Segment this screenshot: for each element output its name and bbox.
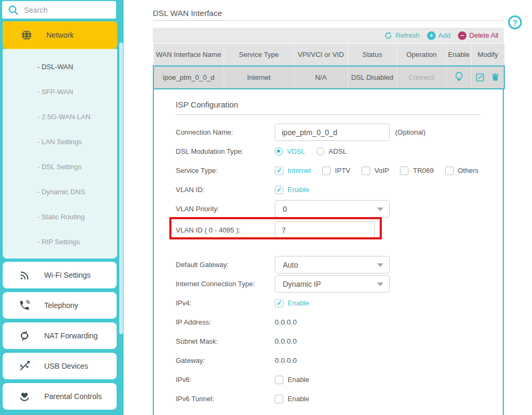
isp-heading-divider	[176, 114, 480, 115]
sidebar-item-dsl-wan[interactable]: - DSL-WAN	[3, 54, 117, 79]
sidebar-item-sfp-wan[interactable]: - SFP-WAN	[3, 79, 117, 104]
ip-address-value: 0.0.0.0	[275, 318, 297, 326]
search-icon	[7, 4, 19, 16]
sidebar-item-25g-wan-lan[interactable]: - 2.5G-WAN-LAN	[3, 104, 117, 129]
ipv6-label: IPv6:	[176, 376, 275, 384]
title-divider	[153, 20, 504, 21]
vdsl-radio[interactable]	[275, 147, 283, 155]
default-gateway-row: Default Gateway: Auto	[176, 255, 503, 275]
col-header-modify: Modify	[471, 44, 504, 66]
sidebar-item-label: Parental Controls	[44, 392, 102, 401]
add-button[interactable]: + Add	[427, 31, 451, 40]
sidebar-item-rip-settings[interactable]: - RIP Settings	[3, 229, 117, 254]
cell-service-type: Internet	[224, 66, 294, 89]
subnet-mask-value: 0.0.0.0	[275, 337, 297, 345]
voip-checkbox[interactable]	[362, 167, 370, 175]
ipv4-enable-checkbox-label: Enable	[288, 299, 309, 307]
refresh-icon	[384, 31, 392, 40]
connection-name-row: Connection Name: (Optional)	[176, 123, 503, 142]
sidebar-item-wifi-settings[interactable]: Wi-Fi Settings	[3, 262, 117, 288]
sidebar-item-label: Wi-Fi Settings	[44, 271, 91, 279]
adsl-radio[interactable]	[316, 147, 324, 155]
chevron-down-icon	[377, 263, 383, 267]
edit-icon[interactable]	[475, 72, 485, 82]
col-header-service-type: Service Type	[224, 44, 294, 66]
section-spacer	[176, 242, 503, 255]
col-header-vpi-vci: VPI/VCI or VID	[294, 44, 348, 66]
sidebar-item-parental-controls[interactable]: Parental Controls	[3, 383, 117, 410]
tr069-checkbox[interactable]	[400, 167, 408, 175]
vlan-priority-value: 0	[283, 205, 287, 213]
sidebar-item-usb-devices[interactable]: USB Devices	[3, 353, 117, 379]
sidebar-item-lan-settings[interactable]: - LAN Settings	[3, 129, 117, 154]
connect-link[interactable]: Connect	[408, 73, 434, 81]
tr069-checkbox-label: TR069	[413, 167, 433, 175]
table-header-row: WAN Interface Name Service Type VPI/VCI …	[153, 44, 504, 66]
default-gateway-value: Auto	[283, 261, 298, 269]
network-submenu: - DSL-WAN - SFP-WAN - 2.5G-WAN-LAN - LAN…	[3, 49, 117, 259]
sidebar: Network - DSL-WAN - SFP-WAN - 2.5G-WAN-L…	[0, 0, 124, 415]
page-title: DSL WAN Interface	[153, 9, 222, 18]
sidebar-item-label: USB Devices	[44, 362, 88, 370]
ipv6-tunnel-enable-checkbox-label: Enable	[288, 395, 309, 403]
internet-connection-type-row: Internet Connection Type: Dynamic IP	[176, 275, 503, 294]
adsl-radio-label: ADSL	[329, 147, 347, 155]
connection-name-input[interactable]	[275, 123, 390, 141]
vlan-priority-select[interactable]: 0	[275, 200, 390, 218]
vlan-priority-row: VLAN Priority: 0	[176, 200, 503, 219]
refresh-button[interactable]: Refresh	[384, 31, 420, 40]
parental-controls-icon	[19, 391, 30, 402]
vdsl-radio-label: VDSL	[287, 147, 305, 155]
wan-interface-panel: Refresh + Add − Delete All WAN Interface…	[153, 28, 504, 415]
others-checkbox[interactable]	[445, 167, 454, 175]
subnet-mask-row: Subnet Mask: 0.0.0.0	[176, 332, 503, 351]
delete-all-label: Delete All	[469, 31, 498, 39]
vlan-id-label: VLAN ID ( 0 - 4095 ):	[176, 226, 275, 234]
chevron-down-icon	[377, 208, 383, 211]
service-type-label: Service Type:	[176, 167, 275, 175]
wifi-icon	[19, 269, 30, 281]
sidebar-scrollbar[interactable]	[119, 43, 123, 334]
ipv6-enable-checkbox[interactable]	[275, 376, 283, 384]
ip-address-row: IP Address: 0.0.0.0	[176, 313, 503, 332]
ipv4-enable-checkbox[interactable]	[275, 299, 283, 308]
optional-hint: (Optional)	[395, 128, 425, 136]
iptv-checkbox[interactable]	[322, 167, 331, 175]
cell-wan-name: ipoe_ptm_0_0_d	[153, 66, 224, 89]
vlan-id-input[interactable]	[275, 221, 375, 239]
table-toolbar: Refresh + Add − Delete All	[153, 28, 504, 43]
sidebar-item-telephony[interactable]: Telephony	[3, 292, 117, 319]
add-icon: +	[427, 31, 436, 40]
iptv-checkbox-label: IPTV	[335, 167, 350, 175]
enable-bulb-icon[interactable]	[453, 71, 465, 82]
delete-all-button[interactable]: − Delete All	[458, 31, 498, 40]
ipv6-tunnel-enable-checkbox[interactable]	[275, 395, 283, 403]
col-header-wan-interface-name: WAN Interface Name	[153, 44, 224, 66]
internet-connection-type-select[interactable]: Dynamic IP	[275, 275, 390, 293]
sidebar-item-network[interactable]: Network	[3, 21, 117, 49]
gateway-row: Gateway: 0.0.0.0	[176, 351, 503, 370]
search-input[interactable]	[24, 6, 104, 14]
internet-connection-type-label: Internet Connection Type:	[176, 280, 275, 288]
internet-checkbox[interactable]	[275, 167, 283, 175]
isp-configuration-heading: ISP Configuration	[176, 100, 503, 109]
search-box[interactable]	[2, 1, 116, 19]
main-content: DSL WAN Interface ? Refresh + Add − Dele	[124, 0, 532, 415]
default-gateway-select[interactable]: Auto	[275, 256, 390, 273]
delete-icon[interactable]	[490, 72, 500, 82]
usb-icon	[19, 360, 30, 372]
col-header-operation: Operation	[397, 44, 446, 66]
sidebar-item-static-routing[interactable]: - Static Routing	[3, 204, 117, 229]
voip-checkbox-label: VoIP	[374, 167, 389, 175]
sidebar-item-dsl-settings[interactable]: - DSL Settings	[3, 154, 117, 179]
sidebar-item-nat-forwarding[interactable]: NAT Forwarding	[3, 322, 117, 349]
col-header-enable: Enable	[446, 44, 471, 66]
ipv6-row: IPv6: Enable	[176, 370, 503, 389]
help-icon[interactable]: ?	[508, 15, 522, 29]
vlan-id-enable-row: VLAN ID: Enable	[176, 180, 503, 200]
sidebar-item-dynamic-dns[interactable]: - Dynamic DNS	[3, 179, 117, 204]
internet-checkbox-label: Internet	[288, 167, 311, 175]
sidebar-item-label: NAT Forwarding	[44, 331, 98, 340]
vlan-id-enable-label: VLAN ID:	[176, 186, 275, 194]
vlan-id-enable-checkbox[interactable]	[275, 186, 283, 194]
